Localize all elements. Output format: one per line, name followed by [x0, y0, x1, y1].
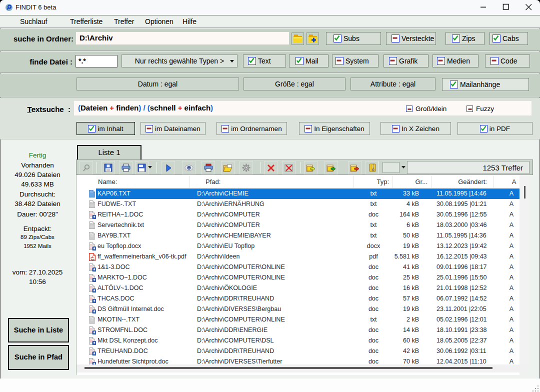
svg-text:PDF: PDF: [91, 259, 95, 261]
